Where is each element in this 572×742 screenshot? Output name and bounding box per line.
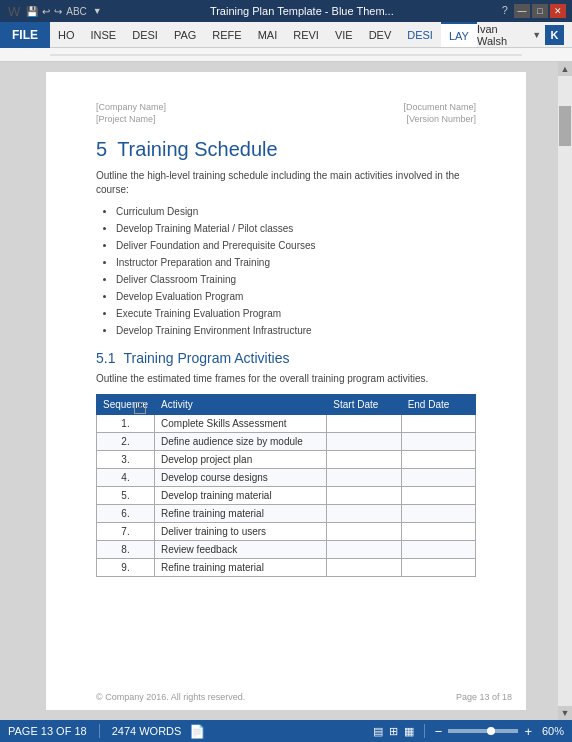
list-item: Execute Training Evaluation Program — [116, 307, 476, 321]
zoom-thumb[interactable] — [487, 727, 495, 735]
cell-seq: 5. — [97, 487, 155, 505]
layout-icon1[interactable]: ▤ — [373, 725, 383, 738]
list-item: Develop Training Material / Pilot classe… — [116, 222, 476, 236]
tab-refe[interactable]: REFE — [204, 22, 249, 47]
status-right: ▤ ⊞ ▦ − + 60% — [373, 724, 564, 739]
cell-start — [327, 541, 401, 559]
user-avatar[interactable]: K — [545, 25, 564, 45]
page-info: PAGE 13 OF 18 — [8, 725, 87, 737]
zoom-in-icon[interactable]: + — [524, 724, 532, 739]
cell-end — [401, 451, 475, 469]
section51-title: Training Program Activities — [123, 350, 289, 366]
tab-lay[interactable]: LAY — [441, 22, 477, 47]
status-separator — [99, 724, 100, 738]
tab-pag[interactable]: PAG — [166, 22, 204, 47]
section5-title: Training Schedule — [117, 138, 277, 161]
maximize-button[interactable]: □ — [532, 4, 548, 18]
table-row: 7. Deliver training to users — [97, 523, 476, 541]
cell-start — [327, 433, 401, 451]
word-logo-icon: W — [6, 4, 22, 19]
cell-end — [401, 541, 475, 559]
document-page: [Company Name] [Project Name] [Document … — [46, 72, 526, 710]
table-body: 1. Complete Skills Assessment 2. Define … — [97, 415, 476, 577]
cell-activity: Refine training material — [155, 559, 327, 577]
spell-icon[interactable]: ABC — [66, 6, 87, 17]
tab-vie[interactable]: VIE — [327, 22, 361, 47]
cell-end — [401, 433, 475, 451]
dropdown-arrow-icon[interactable]: ▼ — [93, 6, 102, 16]
section51-number: 5.1 — [96, 350, 115, 366]
version-number: [Version Number] — [403, 114, 476, 124]
tab-desi2[interactable]: DESI — [399, 22, 441, 47]
ruler — [0, 48, 572, 62]
cell-seq: 1. — [97, 415, 155, 433]
table-row: 9. Refine training material — [97, 559, 476, 577]
cell-seq: 9. — [97, 559, 155, 577]
scroll-track[interactable] — [558, 76, 572, 706]
list-item: Develop Evaluation Program — [116, 290, 476, 304]
footer-copyright: © Company 2016. All rights reserved. — [96, 692, 245, 702]
user-name[interactable]: Ivan Walsh — [477, 23, 528, 47]
window-controls: ? — □ ✕ — [498, 4, 566, 18]
table-row: 4. Develop course designs — [97, 469, 476, 487]
cell-activity: Develop project plan — [155, 451, 327, 469]
zoom-slider[interactable] — [448, 729, 518, 733]
cell-seq: 2. — [97, 433, 155, 451]
save-icon[interactable]: 💾 — [26, 6, 38, 17]
tab-revi[interactable]: REVI — [285, 22, 327, 47]
section5-description: Outline the high-level training schedule… — [96, 169, 476, 197]
list-item: Deliver Classroom Training — [116, 273, 476, 287]
cell-start — [327, 505, 401, 523]
header-activity: Activity — [155, 395, 327, 415]
activities-table-wrapper: + Sequence Activity Start Date End Date … — [96, 394, 476, 577]
layout-icon2[interactable]: ⊞ — [389, 725, 398, 738]
section5-number: 5 — [96, 138, 107, 161]
scroll-thumb[interactable] — [559, 106, 571, 146]
layout-icon3[interactable]: ▦ — [404, 725, 414, 738]
scroll-up-button[interactable]: ▲ — [558, 62, 572, 76]
tab-mai[interactable]: MAI — [250, 22, 286, 47]
redo-icon[interactable]: ↪ — [54, 6, 62, 17]
project-name: [Project Name] — [96, 114, 166, 124]
tab-dev[interactable]: DEV — [361, 22, 400, 47]
cell-activity: Define audience size by module — [155, 433, 327, 451]
scrollbar[interactable]: ▲ ▼ — [558, 62, 572, 720]
cell-activity: Complete Skills Assessment — [155, 415, 327, 433]
user-dropdown-icon[interactable]: ▼ — [532, 30, 541, 40]
tab-inse[interactable]: INSE — [83, 22, 125, 47]
tab-desi[interactable]: DESI — [124, 22, 166, 47]
ribbon-tabs: HO INSE DESI PAG REFE MAI REVI VIE DEV D… — [50, 22, 572, 48]
header-end-date: End Date — [401, 395, 475, 415]
footer-page: Page 13 of 18 — [456, 692, 512, 702]
list-item: Deliver Foundation and Prerequisite Cour… — [116, 239, 476, 253]
close-button[interactable]: ✕ — [550, 4, 566, 18]
help-icon[interactable]: ? — [498, 4, 512, 18]
table-row: 8. Review feedback — [97, 541, 476, 559]
zoom-out-icon[interactable]: − — [435, 724, 443, 739]
cell-seq: 6. — [97, 505, 155, 523]
cell-end — [401, 523, 475, 541]
section51-heading: 5.1 Training Program Activities — [96, 350, 476, 366]
cell-end — [401, 505, 475, 523]
scroll-down-button[interactable]: ▼ — [558, 706, 572, 720]
table-row: 3. Develop project plan — [97, 451, 476, 469]
proofing-icon[interactable]: 📄 — [189, 724, 205, 739]
tab-ho[interactable]: HO — [50, 22, 83, 47]
status-separator2 — [424, 724, 425, 738]
section51-description: Outline the estimated time frames for th… — [96, 372, 476, 386]
cell-activity: Deliver training to users — [155, 523, 327, 541]
cell-activity: Develop course designs — [155, 469, 327, 487]
table-row: 5. Develop training material — [97, 487, 476, 505]
cell-seq: 3. — [97, 451, 155, 469]
list-item: Develop Training Environment Infrastruct… — [116, 324, 476, 338]
meta-left: [Company Name] [Project Name] — [96, 102, 166, 126]
file-tab[interactable]: FILE — [0, 22, 50, 48]
undo-icon[interactable]: ↩ — [42, 6, 50, 17]
meta-right: [Document Name] [Version Number] — [403, 102, 476, 126]
word-count: 2474 WORDS — [112, 725, 182, 737]
list-item: Instructor Preparation and Training — [116, 256, 476, 270]
section5-bullets: Curriculum Design Develop Training Mater… — [116, 205, 476, 338]
cell-start — [327, 415, 401, 433]
add-row-button[interactable]: + — [134, 402, 146, 414]
minimize-button[interactable]: — — [514, 4, 530, 18]
